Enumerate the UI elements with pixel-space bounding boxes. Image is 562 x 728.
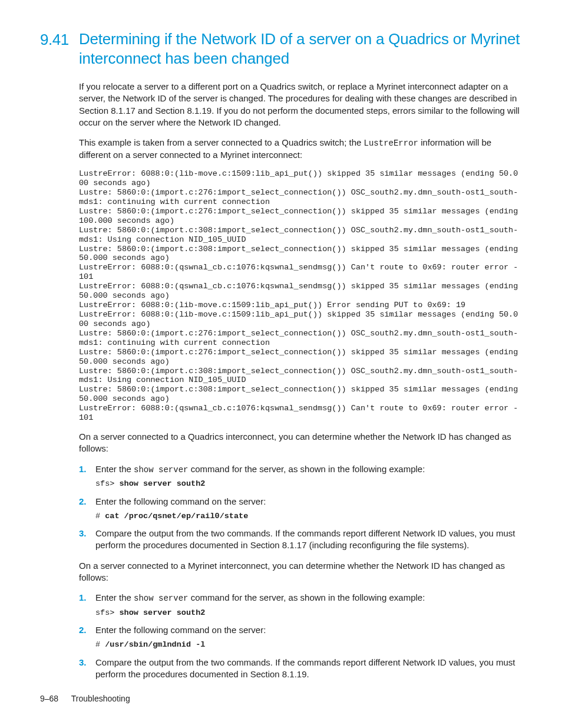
section-body: If you relocate a server to a different … <box>79 81 522 680</box>
myrinet-steps: Enter the show server command for the se… <box>79 592 522 680</box>
myrinet-lead-paragraph: On a server connected to a Myrinet inter… <box>79 560 522 584</box>
command: show server south2 <box>120 608 206 617</box>
step-text: Enter the following command on the serve… <box>95 496 266 506</box>
footer-section-name: Troubleshooting <box>71 694 130 703</box>
document-page: 9.41 Determining if the Network ID of a … <box>0 0 562 728</box>
step-text: Compare the output from the two commands… <box>95 528 515 550</box>
step-command-line: sfs> show server south2 <box>95 608 522 618</box>
step-text: Enter the following command on the serve… <box>95 625 266 635</box>
quadrics-step-2: Enter the following command on the serve… <box>79 496 522 522</box>
step-command-line: sfs> show server south2 <box>95 479 522 489</box>
error-log-codeblock: LustreError: 6088:0:(lib-move.c:1509:lib… <box>79 169 522 423</box>
step-inline-code: show server <box>134 594 188 603</box>
para2-pre: This example is taken from a server conn… <box>79 137 364 147</box>
section-title: Determining if the Network ID of a serve… <box>79 29 522 68</box>
step-inline-code: show server <box>134 465 188 475</box>
quadrics-step-3: Compare the output from the two commands… <box>79 528 522 552</box>
prompt: sfs> <box>95 479 120 488</box>
prompt: sfs> <box>95 608 120 617</box>
page-number: 9–68 <box>40 694 58 703</box>
section-heading: 9.41 Determining if the Network ID of a … <box>40 29 522 68</box>
quadrics-step-1: Enter the show server command for the se… <box>79 463 522 490</box>
quadrics-steps: Enter the show server command for the se… <box>79 463 522 552</box>
step-text-post: command for the server, as shown in the … <box>188 464 425 474</box>
prompt: # <box>95 512 105 521</box>
step-text-pre: Enter the <box>95 592 134 602</box>
myrinet-step-2: Enter the following command on the serve… <box>79 624 522 650</box>
step-text: Compare the output from the two commands… <box>95 657 515 679</box>
intro-paragraph-2: This example is taken from a server conn… <box>79 137 522 161</box>
prompt: # <box>95 640 105 649</box>
step-text-pre: Enter the <box>95 464 134 474</box>
intro-paragraph-1: If you relocate a server to a different … <box>79 81 522 129</box>
para2-inline-code: LustreError <box>364 139 418 148</box>
command: show server south2 <box>120 479 206 488</box>
section-number: 9.41 <box>40 29 79 50</box>
quadrics-lead-paragraph: On a server connected to a Quadrics inte… <box>79 431 522 455</box>
myrinet-step-3: Compare the output from the two commands… <box>79 657 522 681</box>
step-command-line: # /usr/sbin/gmlndnid -l <box>95 640 522 650</box>
myrinet-step-1: Enter the show server command for the se… <box>79 592 522 618</box>
step-text-post: command for the server, as shown in the … <box>188 592 425 602</box>
command: cat /proc/qsnet/ep/rail0/state <box>105 512 248 521</box>
step-command-line: # cat /proc/qsnet/ep/rail0/state <box>95 511 522 522</box>
page-footer: 9–68 Troubleshooting <box>40 693 130 704</box>
command: /usr/sbin/gmlndnid -l <box>105 640 205 649</box>
